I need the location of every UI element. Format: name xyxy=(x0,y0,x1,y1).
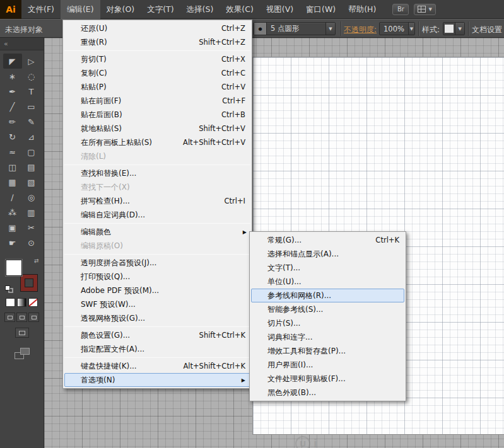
menubar-effect[interactable]: 效果(C) xyxy=(220,0,259,19)
mesh-tool[interactable]: ▦ xyxy=(3,175,22,190)
style-select[interactable]: ▼ xyxy=(443,22,465,35)
change-screen-mode-icon[interactable] xyxy=(15,348,30,359)
draw-behind-button[interactable] xyxy=(16,313,27,322)
bridge-button[interactable]: Br xyxy=(392,4,409,15)
menu-item-paste-in-back[interactable]: 贴在后面(B)Ctrl+B xyxy=(63,108,252,122)
menu-item-color-settings[interactable]: 颜色设置(G)...Shift+Ctrl+K xyxy=(63,328,252,342)
hand-tool[interactable]: ☛ xyxy=(3,235,22,250)
menu-item-assign-profile[interactable]: 指定配置文件(A)... xyxy=(63,342,252,356)
menu-item-paste-in-front[interactable]: 贴在前面(F)Ctrl+F xyxy=(63,94,252,108)
lasso-tool[interactable]: ◌ xyxy=(22,69,41,84)
menu-separator xyxy=(64,164,250,165)
mesh-tool-icon: ▦ xyxy=(8,178,16,187)
pref-user-interface[interactable]: 用户界面(I)... xyxy=(250,358,406,372)
menu-item-label: 文件处理和剪贴板(F)... xyxy=(267,374,346,384)
menu-item-perspective-grid-presets[interactable]: 透视网格预设(G)... xyxy=(63,311,252,325)
menubar-view[interactable]: 视图(V) xyxy=(260,0,300,19)
symbol-sprayer-tool[interactable]: ⁂ xyxy=(3,205,22,220)
opacity-link[interactable]: 不透明度: xyxy=(344,25,377,35)
menubar-object[interactable]: 对象(O) xyxy=(100,0,141,19)
menu-item-label: 还原(U) xyxy=(81,23,107,34)
menu-separator xyxy=(64,357,250,358)
column-graph-tool[interactable]: ▥ xyxy=(22,205,41,220)
paintbrush-tool[interactable]: ✏ xyxy=(3,114,22,129)
color-button[interactable] xyxy=(6,298,15,307)
menubar-type[interactable]: 文字(T) xyxy=(141,0,180,19)
pref-plugins-scratch-disks[interactable]: 增效工具和暂存盘(P)... xyxy=(250,344,406,358)
menu-item-check-spelling[interactable]: 拼写检查(H)...Ctrl+I xyxy=(63,194,252,208)
line-segment-tool[interactable]: ╱ xyxy=(3,99,22,114)
menu-item-label: 编辑自定词典(D)... xyxy=(81,210,145,221)
pen-tool[interactable]: ✒ xyxy=(3,84,22,99)
menu-item-edit-custom-dictionary[interactable]: 编辑自定词典(D)... xyxy=(63,208,252,222)
blend-tool[interactable]: ◎ xyxy=(22,190,41,205)
fill-swatch[interactable] xyxy=(6,260,22,276)
opacity-select[interactable]: 100% ▼ xyxy=(379,22,415,35)
rotate-tool[interactable]: ↻ xyxy=(3,129,22,144)
menu-item-preferences[interactable]: 首选项(N)▶ xyxy=(64,373,250,387)
screen-mode-button[interactable] xyxy=(15,328,29,338)
scale-tool[interactable]: ⊿ xyxy=(22,129,41,144)
perspective-grid-tool[interactable]: ▤ xyxy=(22,159,41,175)
free-transform-tool[interactable]: ▢ xyxy=(22,144,41,159)
menu-item-edit-colors[interactable]: 编辑颜色▶ xyxy=(63,225,252,239)
menu-shortcut: Alt+Shift+Ctrl+K xyxy=(169,362,245,370)
gradient-tool-icon: ▧ xyxy=(27,178,35,187)
document-setup-button[interactable]: 文档设置 xyxy=(472,25,504,35)
eyedropper-tool[interactable]: ∕ xyxy=(3,190,22,205)
menu-item-redo[interactable]: 重做(R)Shift+Ctrl+Z xyxy=(63,35,252,49)
menubar-select[interactable]: 选择(S) xyxy=(180,0,220,19)
menu-item-keyboard-shortcuts[interactable]: 键盘快捷键(K)...Alt+Shift+Ctrl+K xyxy=(63,359,252,373)
rectangle-tool[interactable]: ▭ xyxy=(22,99,41,114)
brush-select[interactable]: ● 5 点圆形 ▼ xyxy=(254,22,336,35)
pref-slices[interactable]: 切片(S)... xyxy=(250,316,406,330)
artboard-tool[interactable]: ▣ xyxy=(3,220,22,235)
workspace-switcher-button[interactable]: ▼ xyxy=(414,4,435,15)
magic-wand-tool[interactable]: ∗ xyxy=(3,69,22,84)
menubar-edit[interactable]: 编辑(E) xyxy=(61,0,100,19)
gradient-tool[interactable]: ▧ xyxy=(22,175,41,190)
pref-file-handling-clipboard[interactable]: 文件处理和剪贴板(F)... xyxy=(250,372,406,386)
stroke-swatch[interactable] xyxy=(21,275,37,291)
menu-item-label: 首选项(N) xyxy=(81,375,115,386)
pref-appearance-of-black[interactable]: 黑色外观(B)... xyxy=(250,386,406,399)
menu-item-paste-on-all-artboards[interactable]: 在所有画板上粘贴(S)Alt+Shift+Ctrl+V xyxy=(63,135,252,149)
swap-fill-stroke-icon[interactable]: ⇄ xyxy=(34,258,39,264)
shape-builder-tool[interactable]: ◫ xyxy=(3,159,22,175)
menu-item-transparency-flattener-presets[interactable]: 透明度拼合器预设(J)... xyxy=(63,256,252,270)
menu-item-adobe-pdf-presets[interactable]: Adobe PDF 预设(M)... xyxy=(63,284,252,297)
width-tool[interactable]: ≈ xyxy=(3,144,22,159)
pref-selection-anchor-display[interactable]: 选择和锚点显示(A)... xyxy=(250,247,406,261)
menu-item-find-and-replace[interactable]: 查找和替换(E)... xyxy=(63,166,252,180)
direct-selection-tool[interactable]: ▷ xyxy=(22,54,41,69)
zoom-tool[interactable]: ⊙ xyxy=(22,235,41,250)
pref-general[interactable]: 常规(G)...Ctrl+K xyxy=(250,233,406,247)
menu-item-paste-in-place[interactable]: 就地粘贴(S)Shift+Ctrl+V xyxy=(63,122,252,135)
menu-item-undo[interactable]: 还原(U)Ctrl+Z xyxy=(63,21,252,35)
draw-normal-button[interactable] xyxy=(4,313,15,322)
menubar-window[interactable]: 窗口(W) xyxy=(300,0,342,19)
selection-tool[interactable]: ◤ xyxy=(3,54,22,69)
gradient-button[interactable] xyxy=(17,298,26,307)
eyedropper-tool-icon: ∕ xyxy=(11,193,13,202)
pref-dictionary-hyphenation[interactable]: 词典和连字... xyxy=(250,330,406,344)
menu-item-copy[interactable]: 复制(C)Ctrl+C xyxy=(63,66,252,80)
draw-inside-button[interactable] xyxy=(28,313,39,322)
default-fill-icon[interactable] xyxy=(5,285,10,290)
menubar-help[interactable]: 帮助(H) xyxy=(342,0,382,19)
menu-shortcut: Ctrl+X xyxy=(208,55,245,64)
menu-item-swf-presets[interactable]: SWF 预设(W)... xyxy=(63,297,252,311)
pref-smart-guides[interactable]: 智能参考线(S)... xyxy=(250,302,406,316)
menubar-file[interactable]: 文件(F) xyxy=(21,0,61,19)
pref-units[interactable]: 单位(U)... xyxy=(250,275,406,289)
menu-item-print-presets[interactable]: 打印预设(Q)... xyxy=(63,270,252,284)
menu-item-paste[interactable]: 粘贴(P)Ctrl+V xyxy=(63,80,252,94)
pref-guides-grid[interactable]: 参考线和网格(R)... xyxy=(251,289,404,302)
panel-collapse-button[interactable]: « xyxy=(0,38,44,50)
menu-item-cut[interactable]: 剪切(T)Ctrl+X xyxy=(63,52,252,66)
none-button[interactable] xyxy=(28,298,38,307)
type-tool[interactable]: T xyxy=(22,84,41,99)
pencil-tool[interactable]: ✎ xyxy=(22,114,41,129)
slice-tool[interactable]: ✂ xyxy=(22,220,41,235)
pref-type[interactable]: 文字(T)... xyxy=(250,261,406,275)
